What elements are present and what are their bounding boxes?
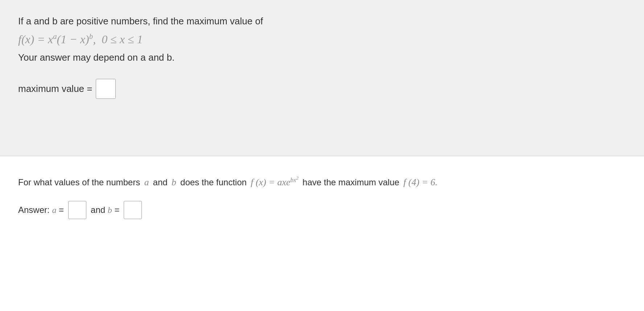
problem1-answer-row: maximum value = xyxy=(18,79,626,99)
answer-b-input[interactable] xyxy=(124,201,142,219)
problem2-a-var: a xyxy=(142,175,151,190)
maximum-value-label: maximum value = xyxy=(18,83,92,94)
problem2-suffix: have the maximum value xyxy=(303,175,399,189)
problem2-middle: does the function xyxy=(180,175,247,189)
problem2-and: and xyxy=(153,175,168,189)
problem1-note: Your answer may depend on a and b. xyxy=(18,51,626,64)
problem2-answer-row: Answer: a = and b = xyxy=(18,201,626,219)
top-problem-section: If a and b are positive numbers, find th… xyxy=(0,0,644,156)
answer-and-label: and b = xyxy=(91,205,119,215)
problem2-fvalue: f (4) = 6. xyxy=(402,175,438,190)
maximum-value-input[interactable] xyxy=(96,79,116,99)
bottom-problem-section: For what values of the numbers a and b d… xyxy=(0,156,644,311)
problem2-function: f (x) = axebx2 xyxy=(249,174,300,190)
answer-a-input[interactable] xyxy=(68,201,86,219)
answer-prefix-label: Answer: a = xyxy=(18,205,64,215)
problem2-statement: For what values of the numbers a and b d… xyxy=(18,174,626,190)
problem1-line1: If a and b are positive numbers, find th… xyxy=(18,15,626,28)
problem2-prefix: For what values of the numbers xyxy=(18,175,140,189)
problem1-formula: f(x) = xa(1 − x)b, 0 ≤ x ≤ 1 xyxy=(18,31,626,48)
problem2-b-var: b xyxy=(170,175,178,190)
